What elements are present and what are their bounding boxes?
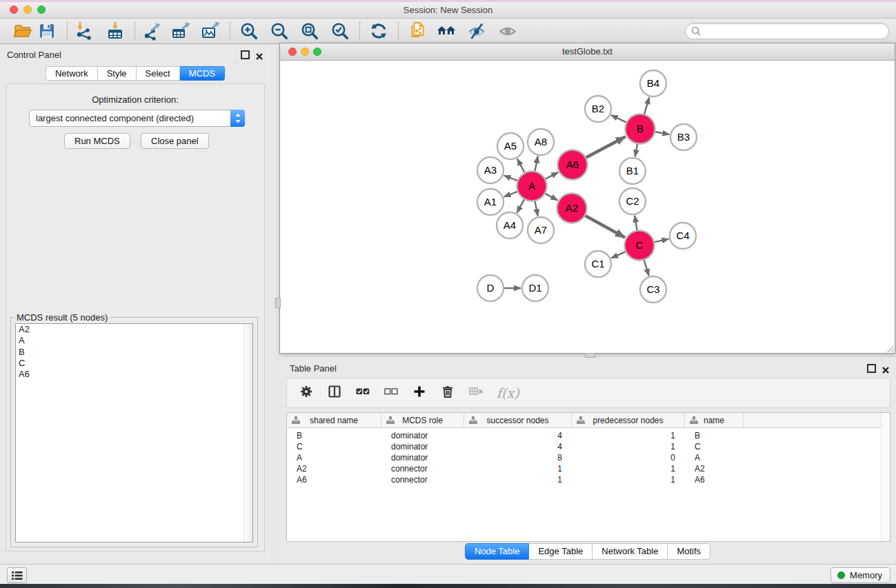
close-table-panel-icon[interactable]: [882, 364, 889, 371]
table-cell[interactable]: A2: [287, 463, 381, 474]
graph-edge-C-C2[interactable]: [635, 216, 637, 231]
main-titlebar[interactable]: Session: New Session: [0, 2, 896, 19]
tab-node-table[interactable]: Node Table: [465, 543, 530, 560]
table-cell[interactable]: dominator: [381, 441, 464, 452]
delete-table-icon[interactable]: [468, 385, 484, 401]
float-panel-icon[interactable]: [241, 50, 250, 59]
column-header-shared-name[interactable]: shared name: [287, 413, 381, 427]
table-cell[interactable]: 1: [464, 474, 572, 485]
function-builder-icon[interactable]: f(x): [497, 385, 512, 401]
new-network-from-selection-icon[interactable]: [408, 21, 429, 41]
close-panel-button[interactable]: Close panel: [141, 133, 209, 149]
run-mcds-button[interactable]: Run MCDS: [64, 133, 130, 149]
list-scrollbar[interactable]: [243, 324, 252, 542]
zoom-out-icon[interactable]: [269, 21, 290, 41]
tab-network-table[interactable]: Network Table: [593, 543, 668, 560]
close-window-icon[interactable]: [10, 6, 18, 14]
table-cell[interactable]: B: [287, 430, 381, 441]
export-image-icon[interactable]: [200, 21, 221, 41]
table-cell[interactable]: B: [685, 430, 744, 441]
table-row[interactable]: A2connector11A2: [287, 463, 890, 474]
table-cell[interactable]: 0: [572, 452, 685, 463]
graph-edge-A-A8[interactable]: [535, 156, 538, 172]
unselect-all-columns-icon[interactable]: [384, 385, 399, 401]
minimize-network-window-icon[interactable]: [301, 48, 309, 56]
table-row[interactable]: Adominator80A: [287, 452, 890, 463]
table-cell[interactable]: 1: [464, 463, 572, 474]
close-network-window-icon[interactable]: [288, 48, 297, 56]
table-cell[interactable]: C: [287, 441, 381, 452]
column-header-name[interactable]: name: [685, 413, 744, 427]
zoom-window-icon[interactable]: [37, 6, 46, 14]
graph-edge-A-A1[interactable]: [504, 192, 518, 197]
zoom-fit-icon[interactable]: [299, 21, 320, 41]
graph-edge-B-B2[interactable]: [611, 115, 627, 123]
graph-edge-C-C4[interactable]: [654, 239, 669, 243]
graph-edge-A-A7[interactable]: [535, 201, 538, 216]
network-horizontal-scrollbar[interactable]: [585, 353, 595, 358]
mcds-result-item[interactable]: A6: [16, 369, 252, 380]
column-header-successor-nodes[interactable]: successor nodes: [464, 413, 572, 427]
graph-edge-A2-C[interactable]: [585, 215, 625, 237]
task-history-button[interactable]: [7, 567, 27, 583]
network-view-window[interactable]: testGlobe.txt B4B2BB3A5A8A6A3B1AA1C2A2A4…: [279, 43, 895, 354]
graph-edge-A-A5[interactable]: [517, 159, 525, 174]
zoom-network-window-icon[interactable]: [313, 48, 321, 56]
float-table-panel-icon[interactable]: [867, 364, 876, 373]
save-session-icon[interactable]: [37, 21, 57, 41]
node-table[interactable]: shared nameMCDS rolesuccessor nodesprede…: [286, 412, 890, 542]
table-cell[interactable]: A: [287, 452, 381, 463]
column-header-predecessor-nodes[interactable]: predecessor nodes: [572, 413, 685, 427]
table-row[interactable]: Cdominator41C: [287, 441, 890, 452]
import-table-icon[interactable]: [105, 21, 126, 41]
close-panel-icon[interactable]: [256, 50, 263, 57]
search-box[interactable]: [685, 23, 889, 39]
mcds-result-item[interactable]: C: [16, 358, 252, 369]
table-cell[interactable]: dominator: [381, 452, 464, 463]
tab-edge-table[interactable]: Edge Table: [529, 543, 593, 560]
table-cell[interactable]: A6: [685, 474, 744, 485]
table-cell[interactable]: connector: [381, 474, 464, 485]
table-cell[interactable]: A2: [685, 463, 744, 474]
tab-select[interactable]: Select: [137, 66, 180, 81]
criterion-select[interactable]: largest connected component (directed): [29, 110, 245, 127]
first-neighbors-icon[interactable]: [436, 21, 457, 41]
add-column-icon[interactable]: [412, 385, 427, 401]
mcds-result-list[interactable]: A2ABCA6: [15, 323, 253, 543]
graph-edge-A-A4[interactable]: [517, 199, 524, 213]
network-graph[interactable]: B4B2BB3A5A8A6A3B1AA1C2A2A4A7C4CC1C3DD1: [280, 61, 895, 353]
mcds-result-item[interactable]: B: [16, 347, 252, 358]
open-session-icon[interactable]: [12, 21, 33, 41]
graph-edge-A-A2[interactable]: [545, 193, 558, 200]
table-cell[interactable]: connector: [381, 463, 464, 474]
table-scrollbar[interactable]: [881, 413, 890, 541]
mcds-result-item[interactable]: A: [16, 335, 252, 346]
graph-edge-B-B1[interactable]: [635, 143, 638, 156]
network-canvas[interactable]: B4B2BB3A5A8A6A3B1AA1C2A2A4A7C4CC1C3DD1: [280, 61, 895, 353]
column-header-MCDS-role[interactable]: MCDS role: [381, 413, 464, 427]
tab-network[interactable]: Network: [46, 66, 98, 81]
zoom-selected-icon[interactable]: [330, 21, 350, 41]
table-cell[interactable]: 1: [572, 474, 685, 485]
export-table-icon[interactable]: [170, 21, 191, 41]
import-network-icon[interactable]: [73, 21, 94, 41]
select-all-columns-icon[interactable]: [355, 385, 370, 401]
export-network-icon[interactable]: [142, 21, 163, 41]
graph-edge-B-B3[interactable]: [655, 132, 669, 134]
refresh-icon[interactable]: [368, 21, 389, 41]
graph-edge-A6-B[interactable]: [586, 136, 626, 158]
tab-style[interactable]: Style: [98, 66, 137, 81]
network-window-titlebar[interactable]: testGlobe.txt: [280, 43, 895, 61]
minimize-window-icon[interactable]: [23, 6, 32, 14]
table-cell[interactable]: 1: [572, 463, 685, 474]
graph-edge-B-B4[interactable]: [644, 97, 649, 114]
table-cell[interactable]: A6: [287, 474, 381, 485]
table-cell[interactable]: A: [685, 452, 744, 463]
table-cell[interactable]: 4: [464, 441, 572, 452]
tab-mcds[interactable]: MCDS: [180, 66, 225, 81]
table-cell[interactable]: 1: [572, 430, 685, 441]
mcds-result-item[interactable]: A2: [16, 324, 252, 335]
table-row[interactable]: A6connector11A6: [287, 474, 890, 485]
zoom-in-icon[interactable]: [239, 21, 259, 41]
search-input[interactable]: [704, 24, 883, 38]
